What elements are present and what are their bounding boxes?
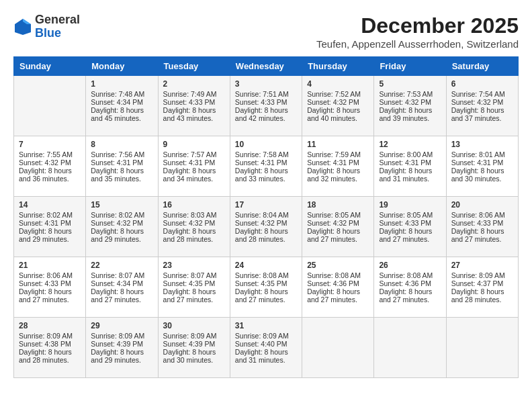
day-number: 19 (379, 200, 441, 210)
sunrise-text: Sunrise: 8:09 AM (19, 332, 81, 340)
calendar-cell: 24Sunrise: 8:08 AMSunset: 4:35 PMDayligh… (230, 257, 302, 318)
day-number: 24 (235, 261, 297, 270)
logo: General Blue (13, 13, 80, 40)
day-number: 31 (235, 321, 297, 330)
logo-blue-text: Blue (35, 26, 61, 40)
calendar-week-4: 21Sunrise: 8:06 AMSunset: 4:33 PMDayligh… (14, 257, 519, 318)
sunset-text: Sunset: 4:38 PM (19, 340, 81, 348)
sunrise-text: Sunrise: 7:59 AM (307, 150, 369, 158)
location: Teufen, Appenzell Ausserrhoden, Switzerl… (316, 38, 519, 50)
sunset-text: Sunset: 4:33 PM (451, 219, 513, 227)
calendar-week-2: 7Sunrise: 7:55 AMSunset: 4:32 PMDaylight… (14, 136, 519, 197)
day-number: 7 (19, 140, 81, 149)
sunset-text: Sunset: 4:34 PM (91, 98, 152, 106)
daylight-text: Daylight: 8 hours and 28 minutes. (451, 287, 513, 304)
calendar-cell: 5Sunrise: 7:53 AMSunset: 4:32 PMDaylight… (374, 76, 446, 136)
daylight-text: Daylight: 8 hours and 42 minutes. (235, 106, 297, 122)
sunset-text: Sunset: 4:35 PM (163, 279, 225, 287)
sunrise-text: Sunrise: 8:08 AM (235, 271, 297, 279)
calendar-cell: 21Sunrise: 8:06 AMSunset: 4:33 PMDayligh… (14, 257, 86, 318)
day-number: 30 (163, 321, 225, 330)
sunset-text: Sunset: 4:34 PM (91, 279, 152, 287)
day-number: 9 (163, 140, 225, 149)
day-number: 2 (163, 79, 225, 89)
calendar-cell: 8Sunrise: 7:56 AMSunset: 4:31 PMDaylight… (86, 136, 158, 197)
calendar-cell: 25Sunrise: 8:08 AMSunset: 4:36 PMDayligh… (302, 257, 374, 318)
calendar-cell: 6Sunrise: 7:54 AMSunset: 4:32 PMDaylight… (446, 76, 518, 136)
daylight-text: Daylight: 8 hours and 27 minutes. (307, 227, 369, 243)
daylight-text: Daylight: 8 hours and 27 minutes. (451, 227, 513, 243)
daylight-text: Daylight: 8 hours and 40 minutes. (307, 106, 369, 122)
header-day-monday: Monday (86, 57, 158, 76)
day-number: 10 (235, 140, 297, 149)
sunset-text: Sunset: 4:36 PM (379, 279, 441, 287)
daylight-text: Daylight: 8 hours and 28 minutes. (19, 348, 81, 364)
day-number: 15 (91, 200, 152, 210)
day-number: 27 (451, 261, 513, 270)
calendar-cell: 18Sunrise: 8:05 AMSunset: 4:32 PMDayligh… (302, 197, 374, 257)
sunrise-text: Sunrise: 8:09 AM (451, 271, 513, 279)
sunrise-text: Sunrise: 7:49 AM (163, 90, 225, 98)
daylight-text: Daylight: 8 hours and 36 minutes. (19, 167, 81, 183)
sunrise-text: Sunrise: 8:09 AM (163, 332, 225, 340)
day-number: 14 (19, 200, 81, 210)
calendar-cell (374, 318, 446, 378)
sunset-text: Sunset: 4:32 PM (91, 219, 152, 227)
sunset-text: Sunset: 4:32 PM (163, 219, 225, 227)
calendar-cell: 27Sunrise: 8:09 AMSunset: 4:37 PMDayligh… (446, 257, 518, 318)
calendar-cell: 20Sunrise: 8:06 AMSunset: 4:33 PMDayligh… (446, 197, 518, 257)
sunrise-text: Sunrise: 8:09 AM (91, 332, 152, 340)
day-number: 3 (235, 79, 297, 89)
calendar-cell: 29Sunrise: 8:09 AMSunset: 4:39 PMDayligh… (86, 318, 158, 378)
day-number: 12 (379, 140, 441, 149)
sunrise-text: Sunrise: 7:52 AM (307, 90, 369, 98)
header-day-tuesday: Tuesday (158, 57, 230, 76)
sunrise-text: Sunrise: 8:07 AM (163, 271, 225, 279)
daylight-text: Daylight: 8 hours and 30 minutes. (163, 348, 225, 364)
sunrise-text: Sunrise: 8:05 AM (379, 211, 441, 219)
calendar-cell: 11Sunrise: 7:59 AMSunset: 4:31 PMDayligh… (302, 136, 374, 197)
logo-icon (13, 17, 32, 36)
day-number: 29 (91, 321, 152, 330)
day-number: 13 (451, 140, 513, 149)
calendar-cell: 12Sunrise: 8:00 AMSunset: 4:31 PMDayligh… (374, 136, 446, 197)
sunrise-text: Sunrise: 8:04 AM (235, 211, 297, 219)
daylight-text: Daylight: 8 hours and 37 minutes. (451, 106, 513, 122)
daylight-text: Daylight: 8 hours and 27 minutes. (307, 287, 369, 304)
sunset-text: Sunset: 4:32 PM (307, 219, 369, 227)
header-day-sunday: Sunday (14, 57, 86, 76)
calendar-cell (14, 76, 86, 136)
sunset-text: Sunset: 4:31 PM (451, 158, 513, 167)
calendar-header-row: SundayMondayTuesdayWednesdayThursdayFrid… (14, 57, 519, 76)
daylight-text: Daylight: 8 hours and 29 minutes. (19, 227, 81, 243)
calendar-cell: 17Sunrise: 8:04 AMSunset: 4:32 PMDayligh… (230, 197, 302, 257)
daylight-text: Daylight: 8 hours and 35 minutes. (91, 167, 152, 183)
calendar-cell (302, 318, 374, 378)
sunrise-text: Sunrise: 7:53 AM (379, 90, 441, 98)
daylight-text: Daylight: 8 hours and 31 minutes. (379, 167, 441, 183)
sunset-text: Sunset: 4:32 PM (379, 98, 441, 106)
daylight-text: Daylight: 8 hours and 28 minutes. (235, 227, 297, 243)
day-number: 18 (307, 200, 369, 210)
sunset-text: Sunset: 4:32 PM (451, 98, 513, 106)
calendar-cell: 22Sunrise: 8:07 AMSunset: 4:34 PMDayligh… (86, 257, 158, 318)
sunrise-text: Sunrise: 7:54 AM (451, 90, 513, 98)
daylight-text: Daylight: 8 hours and 28 minutes. (163, 227, 225, 243)
calendar-cell: 19Sunrise: 8:05 AMSunset: 4:33 PMDayligh… (374, 197, 446, 257)
calendar-cell: 15Sunrise: 8:02 AMSunset: 4:32 PMDayligh… (86, 197, 158, 257)
header-day-thursday: Thursday (302, 57, 374, 76)
daylight-text: Daylight: 8 hours and 32 minutes. (307, 167, 369, 183)
sunrise-text: Sunrise: 8:08 AM (379, 271, 441, 279)
sunrise-text: Sunrise: 8:06 AM (19, 271, 81, 279)
day-number: 25 (307, 261, 369, 270)
calendar-cell: 9Sunrise: 7:57 AMSunset: 4:31 PMDaylight… (158, 136, 230, 197)
day-number: 23 (163, 261, 225, 270)
sunrise-text: Sunrise: 8:08 AM (307, 271, 369, 279)
sunset-text: Sunset: 4:32 PM (235, 219, 297, 227)
calendar-week-3: 14Sunrise: 8:02 AMSunset: 4:31 PMDayligh… (14, 197, 519, 257)
header-day-friday: Friday (374, 57, 446, 76)
month-title: December 2025 (316, 13, 519, 38)
sunrise-text: Sunrise: 8:06 AM (451, 211, 513, 219)
sunset-text: Sunset: 4:37 PM (451, 279, 513, 287)
sunset-text: Sunset: 4:31 PM (19, 219, 81, 227)
